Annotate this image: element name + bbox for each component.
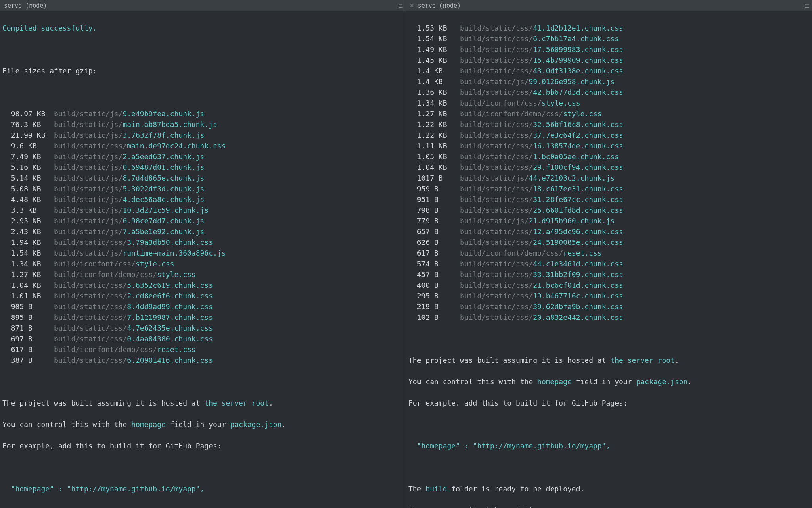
close-icon[interactable]: × xyxy=(410,1,414,10)
homepage-example: "homepage" : "http://myname.github.io/my… xyxy=(2,483,403,494)
file-row: 457 B build/static/css/33.31bb2f09.chunk… xyxy=(408,269,810,280)
file-row: 4.48 KB build/static/js/4.dec56a8c.chunk… xyxy=(2,194,403,205)
msg-homepage: You can control this with the homepage f… xyxy=(2,419,403,430)
hamburger-icon[interactable]: ≡ xyxy=(398,0,402,11)
file-row: 21.99 KB build/static/js/3.7632f78f.chun… xyxy=(2,130,403,140)
file-row: 1.11 KB build/static/css/16.138574de.chu… xyxy=(408,140,810,151)
file-row: 1017 B build/static/js/44.e72103c2.chunk… xyxy=(408,173,810,183)
file-row: 387 B build/static/css/6.20901416.chunk.… xyxy=(2,355,403,366)
file-row: 959 B build/static/css/18.c617ee31.chunk… xyxy=(408,183,810,194)
file-row: 871 B build/static/css/4.7e62435e.chunk.… xyxy=(2,323,403,333)
file-row: 5.14 KB build/static/js/8.7d4d865e.chunk… xyxy=(2,173,403,183)
file-row: 617 B build/iconfont/demo/css/reset.css xyxy=(408,248,810,258)
file-row: 102 B build/static/css/20.a832e442.chunk… xyxy=(408,312,810,323)
file-row: 1.34 KB build/iconfont/css/style.css xyxy=(2,258,403,269)
file-row: 1.49 KB build/static/css/17.56099983.chu… xyxy=(408,44,810,55)
file-row: 98.97 KB build/static/js/9.e49b9fea.chun… xyxy=(2,108,403,119)
pane-left[interactable]: serve (node) ≡ Compiled successfully. Fi… xyxy=(0,0,406,508)
file-row: 7.49 KB build/static/js/2.a5eed637.chunk… xyxy=(2,151,403,162)
file-row: 905 B build/static/css/8.4dd9ad99.chunk.… xyxy=(2,301,403,312)
file-row: 9.6 KB build/static/css/main.de97dc24.ch… xyxy=(2,140,403,151)
file-row: 76.3 KB build/static/js/main.ab87bda5.ch… xyxy=(2,119,403,130)
file-row: 574 B build/static/css/44.c1e3461d.chunk… xyxy=(408,258,810,269)
file-row: 1.04 KB build/static/css/29.f100cf94.chu… xyxy=(408,162,810,173)
file-row: 1.4 KB build/static/css/43.0df3138e.chun… xyxy=(408,65,810,76)
file-row: 1.04 KB build/static/css/5.6352c619.chun… xyxy=(2,280,403,291)
msg-root: The project was built assuming it is hos… xyxy=(2,398,403,408)
file-row: 1.27 KB build/iconfont/demo/css/style.cs… xyxy=(408,108,810,119)
file-row: 798 B build/static/css/25.6601fd8d.chunk… xyxy=(408,205,810,216)
file-row: 1.4 KB build/static/js/99.0126e958.chunk… xyxy=(408,76,810,87)
tab-title-right[interactable]: serve (node) xyxy=(418,1,461,10)
file-sizes-header: File sizes after gzip: xyxy=(2,65,403,76)
file-row: 3.3 KB build/static/js/10.3d271c59.chunk… xyxy=(2,205,403,216)
file-row: 1.45 KB build/static/css/15.4b799909.chu… xyxy=(408,55,810,65)
file-row: 1.22 KB build/static/css/37.7e3c64f2.chu… xyxy=(408,130,810,140)
split-layout: serve (node) ≡ Compiled successfully. Fi… xyxy=(0,0,812,508)
file-row: 779 B build/static/js/21.d915b960.chunk.… xyxy=(408,216,810,226)
file-row: 5.08 KB build/static/js/5.3022df3d.chunk… xyxy=(2,183,403,194)
file-row: 1.05 KB build/static/css/1.bc0a05ae.chun… xyxy=(408,151,810,162)
file-row: 400 B build/static/css/21.bc6cf01d.chunk… xyxy=(408,280,810,291)
msg-root: The project was built assuming it is hos… xyxy=(408,355,810,366)
file-row: 657 B build/static/css/12.a495dc96.chunk… xyxy=(408,226,810,237)
file-row: 1.22 KB build/static/css/32.56bf16c8.chu… xyxy=(408,119,810,130)
file-row: 617 B build/iconfont/demo/css/reset.css xyxy=(2,344,403,355)
tab-bar-right: × serve (node) ≡ xyxy=(406,0,812,11)
file-row: 1.54 KB build/static/js/runtime~main.360… xyxy=(2,248,403,258)
file-row: 1.54 KB build/static/css/6.c7bb17a4.chun… xyxy=(408,33,810,44)
file-row: 1.36 KB build/static/css/42.bb677d3d.chu… xyxy=(408,87,810,98)
compiled-msg: Compiled successfully. xyxy=(2,23,403,33)
file-row: 1.01 KB build/static/css/2.cd8ee6f6.chun… xyxy=(2,291,403,301)
file-row: 1.34 KB build/iconfont/css/style.css xyxy=(408,98,810,108)
terminal-right[interactable]: 1.55 KB build/static/css/41.1d2b12e1.chu… xyxy=(406,11,812,508)
file-row: 2.43 KB build/static/js/7.a5be1e92.chunk… xyxy=(2,226,403,237)
build-ready: The build folder is ready to be deployed… xyxy=(408,483,810,494)
file-row: 1.55 KB build/static/css/41.1d2b12e1.chu… xyxy=(408,23,810,33)
file-row: 951 B build/static/css/31.28fe67cc.chunk… xyxy=(408,194,810,205)
file-row: 626 B build/static/css/24.5190085e.chunk… xyxy=(408,237,810,248)
file-row: 5.16 KB build/static/js/0.69487d01.chunk… xyxy=(2,162,403,173)
tab-bar-left: serve (node) ≡ xyxy=(0,0,406,11)
hamburger-icon[interactable]: ≡ xyxy=(805,0,809,11)
file-row: 219 B build/static/css/39.62dbfa9b.chunk… xyxy=(408,301,810,312)
file-row: 1.27 KB build/iconfont/demo/css/style.cs… xyxy=(2,269,403,280)
pane-right[interactable]: × serve (node) ≡ 1.55 KB build/static/cs… xyxy=(406,0,812,508)
msg-homepage: You can control this with the homepage f… xyxy=(408,376,810,387)
homepage-example: "homepage" : "http://myname.github.io/my… xyxy=(408,441,810,451)
terminal-left[interactable]: Compiled successfully. File sizes after … xyxy=(0,11,406,508)
tab-title-left[interactable]: serve (node) xyxy=(4,1,47,10)
file-row: 295 B build/static/css/19.b467716c.chunk… xyxy=(408,291,810,301)
file-list-left: 98.97 KB build/static/js/9.e49b9fea.chun… xyxy=(2,108,403,366)
file-list-right: 1.55 KB build/static/css/41.1d2b12e1.chu… xyxy=(408,23,810,323)
file-row: 2.95 KB build/static/js/6.98ce7dd7.chunk… xyxy=(2,216,403,226)
file-row: 895 B build/static/css/7.b1219987.chunk.… xyxy=(2,312,403,323)
msg-example: For example, add this to build it for Gi… xyxy=(408,398,810,408)
msg-example: For example, add this to build it for Gi… xyxy=(2,441,403,451)
serve-hint: You may serve it with a static server: xyxy=(408,505,810,508)
file-row: 1.94 KB build/static/css/3.79a3db50.chun… xyxy=(2,237,403,248)
file-row: 697 B build/static/css/0.4aa84380.chunk.… xyxy=(2,333,403,344)
